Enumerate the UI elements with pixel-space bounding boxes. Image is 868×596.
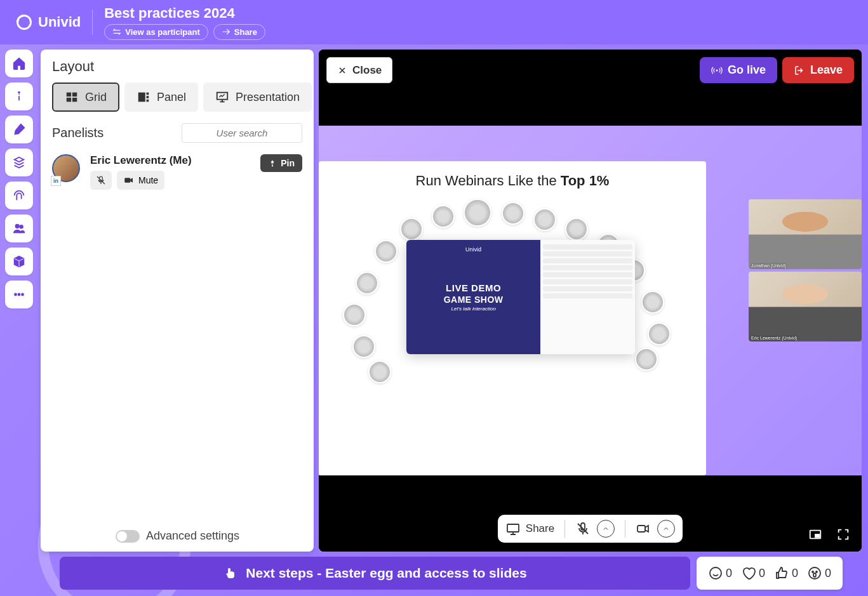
share-session-button[interactable]: Share [213, 24, 265, 40]
svg-point-27 [812, 571, 813, 573]
nav-home[interactable] [5, 50, 33, 77]
nav-info[interactable] [5, 83, 33, 110]
panelist-info: Eric Lewerentz (Me) Mute [90, 154, 253, 190]
layout-options: Grid Panel Presentation [52, 83, 302, 112]
divider [625, 520, 625, 538]
panelist-row: in Eric Lewerentz (Me) Mute [52, 150, 302, 194]
share-screen-button[interactable]: Share [505, 521, 554, 536]
layout-grid-button[interactable]: Grid [52, 83, 119, 112]
smile-count: 0 [726, 567, 732, 580]
stage-content: Run Webinars Like the Top 1% [319, 126, 862, 475]
advanced-toggle[interactable] [116, 530, 140, 543]
header-content: Best practices 2024 View as participant … [104, 5, 265, 40]
camera-group [636, 520, 675, 538]
nav-fingerprint[interactable] [5, 182, 33, 209]
svg-point-4 [16, 225, 20, 228]
share-label: Share [234, 27, 257, 37]
session-title: Best practices 2024 [104, 5, 265, 22]
layout-presentation-button[interactable]: Presentation [203, 83, 312, 112]
layout-panel: Layout Grid Panel Presentation Panelists [41, 50, 314, 552]
pin-icon [268, 159, 277, 168]
svg-rect-12 [72, 98, 77, 102]
reaction-heart[interactable]: 0 [741, 566, 765, 581]
nav-people[interactable] [5, 215, 33, 242]
leave-label: Leave [810, 63, 843, 77]
nav-brush[interactable] [5, 116, 33, 143]
mic-button[interactable] [575, 521, 591, 536]
chevron-up-icon [662, 525, 670, 533]
presentation-label: Presentation [236, 91, 300, 104]
svg-rect-18 [124, 178, 130, 183]
svg-rect-20 [507, 524, 519, 532]
brush-icon [12, 123, 26, 136]
panelists-header: Panelists [52, 123, 302, 143]
leave-button[interactable]: Leave [782, 57, 854, 83]
top-row: Layout Grid Panel Presentation Panelists [41, 50, 862, 552]
control-bar: Share [498, 515, 683, 543]
fingerprint-icon [12, 189, 26, 202]
banner-text: Next steps - Easter egg and access to sl… [246, 566, 526, 581]
view-as-label: View as participant [125, 27, 200, 37]
share-screen-label: Share [526, 522, 554, 535]
nav-package[interactable] [5, 248, 33, 275]
blocks-icon [12, 156, 26, 169]
grid-label: Grid [85, 91, 107, 104]
golive-label: Go live [728, 63, 766, 77]
demo-logo: Univid [465, 246, 481, 253]
reaction-thumb[interactable]: 0 [774, 566, 798, 581]
mute-video-button[interactable]: Mute [117, 171, 164, 190]
svg-point-19 [716, 69, 718, 71]
mute-label: Mute [138, 175, 158, 185]
advanced-label: Advanced settings [146, 529, 239, 543]
video-tile-1[interactable]: Jonathan (Univid) [749, 199, 862, 269]
slide-heading: Run Webinars Like the Top 1% [416, 173, 610, 189]
heart-count: 0 [759, 567, 765, 580]
close-button[interactable]: Close [326, 57, 392, 83]
svg-point-28 [816, 571, 817, 573]
user-search-input[interactable] [182, 123, 302, 143]
layout-panel-button[interactable]: Panel [124, 83, 198, 112]
svg-point-29 [813, 573, 816, 577]
video-stage: Close Go live Leave Run Webinars [319, 50, 862, 552]
app-header: Univid Best practices 2024 View as parti… [0, 0, 868, 44]
svg-rect-22 [638, 526, 645, 532]
slide-illustration: Univid LIVE DEMO GAME SHOW Let's talk in… [330, 202, 695, 367]
stage-view-controls [808, 527, 850, 541]
heart-icon [741, 566, 756, 581]
camera-options-button[interactable] [657, 520, 675, 538]
video-tile-2[interactable]: Eric Lewerentz (Univid) [749, 272, 862, 341]
camera-icon [636, 521, 651, 536]
svg-point-8 [22, 294, 23, 296]
nav-more[interactable] [5, 281, 33, 308]
fullscreen-icon[interactable] [836, 527, 850, 541]
close-label: Close [352, 64, 382, 77]
cta-banner[interactable]: Next steps - Easter egg and access to sl… [60, 557, 690, 590]
close-icon [337, 65, 347, 76]
divider [564, 520, 565, 538]
demo-line1: LIVE DEMO [446, 282, 501, 293]
pin-button[interactable]: Pin [260, 154, 302, 172]
camera-button[interactable] [636, 521, 651, 536]
mic-options-button[interactable] [597, 520, 615, 538]
participant-video-tiles: Jonathan (Univid) Eric Lewerentz (Univid… [749, 199, 862, 341]
go-live-button[interactable]: Go live [700, 57, 777, 83]
screen-icon [505, 521, 521, 536]
svg-rect-13 [138, 93, 145, 102]
thumb-count: 0 [792, 567, 798, 580]
stage-header: Close Go live Leave [326, 57, 854, 83]
avatar[interactable]: in [52, 154, 83, 185]
view-as-participant-button[interactable]: View as participant [104, 24, 208, 40]
reaction-smile[interactable]: 0 [708, 566, 732, 581]
demo-line2: GAME SHOW [444, 295, 504, 305]
svg-point-6 [15, 294, 17, 296]
divider [92, 10, 93, 35]
demo-card-chat [540, 240, 635, 354]
pip-icon[interactable] [808, 527, 822, 541]
svg-rect-16 [147, 100, 149, 102]
nav-blocks[interactable] [5, 149, 33, 176]
mic-muted-button[interactable] [90, 171, 112, 190]
main-area: Layout Grid Panel Presentation Panelists [41, 50, 862, 590]
reaction-wow[interactable]: 0 [807, 566, 831, 581]
brand-logo[interactable]: Univid [15, 13, 81, 31]
svg-point-3 [18, 92, 20, 93]
